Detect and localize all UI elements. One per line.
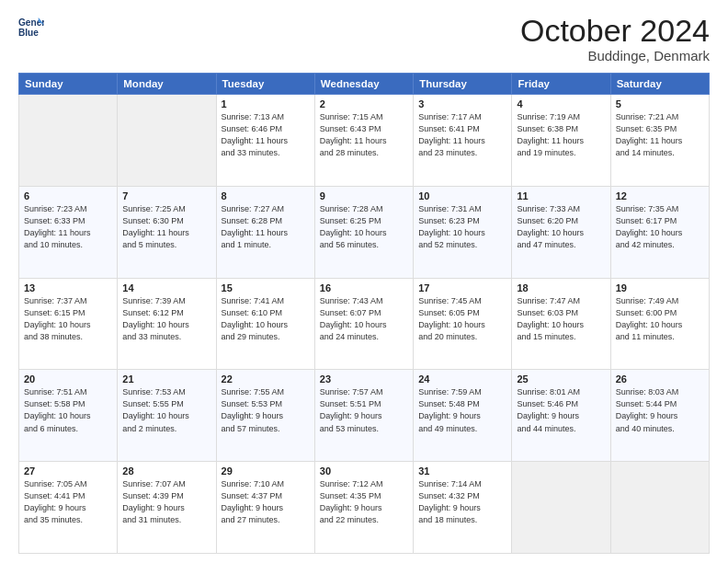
day-info: Sunrise: 7:47 AM Sunset: 6:03 PM Dayligh… <box>517 295 605 343</box>
day-number: 31 <box>418 465 506 477</box>
calendar-day-header: Monday <box>118 74 216 95</box>
calendar-cell: 8Sunrise: 7:27 AM Sunset: 6:28 PM Daylig… <box>216 186 314 278</box>
calendar-cell: 23Sunrise: 7:57 AM Sunset: 5:51 PM Dayli… <box>314 370 413 462</box>
day-number: 19 <box>616 282 704 293</box>
day-info: Sunrise: 7:21 AM Sunset: 6:35 PM Dayligh… <box>616 111 704 159</box>
day-info: Sunrise: 7:10 AM Sunset: 4:37 PM Dayligh… <box>222 478 310 526</box>
calendar-cell: 11Sunrise: 7:33 AM Sunset: 6:20 PM Dayli… <box>512 186 610 278</box>
day-info: Sunrise: 7:07 AM Sunset: 4:39 PM Dayligh… <box>122 478 210 526</box>
day-info: Sunrise: 7:35 AM Sunset: 6:17 PM Dayligh… <box>616 203 704 251</box>
day-number: 6 <box>24 190 112 201</box>
day-info: Sunrise: 7:19 AM Sunset: 6:38 PM Dayligh… <box>517 111 605 159</box>
logo: General Blue <box>18 15 44 40</box>
calendar-cell: 7Sunrise: 7:25 AM Sunset: 6:30 PM Daylig… <box>118 186 216 278</box>
calendar-cell: 6Sunrise: 7:23 AM Sunset: 6:33 PM Daylig… <box>19 186 118 278</box>
calendar-week-row: 1Sunrise: 7:13 AM Sunset: 6:46 PM Daylig… <box>19 95 710 187</box>
calendar-cell: 10Sunrise: 7:31 AM Sunset: 6:23 PM Dayli… <box>414 186 512 278</box>
calendar-cell: 25Sunrise: 8:01 AM Sunset: 5:46 PM Dayli… <box>512 370 610 462</box>
day-info: Sunrise: 7:37 AM Sunset: 6:15 PM Dayligh… <box>24 295 112 343</box>
calendar-cell: 15Sunrise: 7:41 AM Sunset: 6:10 PM Dayli… <box>216 278 314 370</box>
calendar-cell: 31Sunrise: 7:14 AM Sunset: 4:32 PM Dayli… <box>414 462 512 554</box>
header: General Blue October 2024 Buddinge, Denm… <box>18 15 710 63</box>
day-info: Sunrise: 7:15 AM Sunset: 6:43 PM Dayligh… <box>320 111 408 159</box>
calendar-cell <box>610 462 709 554</box>
day-info: Sunrise: 7:31 AM Sunset: 6:23 PM Dayligh… <box>418 203 506 251</box>
day-number: 4 <box>517 98 605 109</box>
logo-icon: General Blue <box>18 15 44 40</box>
calendar-cell: 1Sunrise: 7:13 AM Sunset: 6:46 PM Daylig… <box>216 95 314 187</box>
calendar-cell <box>19 95 118 187</box>
calendar-cell: 28Sunrise: 7:07 AM Sunset: 4:39 PM Dayli… <box>118 462 216 554</box>
calendar-week-row: 6Sunrise: 7:23 AM Sunset: 6:33 PM Daylig… <box>19 186 710 278</box>
calendar-cell: 26Sunrise: 8:03 AM Sunset: 5:44 PM Dayli… <box>610 370 709 462</box>
calendar-table: SundayMondayTuesdayWednesdayThursdayFrid… <box>18 73 710 554</box>
day-info: Sunrise: 8:03 AM Sunset: 5:44 PM Dayligh… <box>616 386 704 434</box>
day-number: 23 <box>320 373 408 385</box>
svg-text:General: General <box>18 17 44 28</box>
calendar-cell: 12Sunrise: 7:35 AM Sunset: 6:17 PM Dayli… <box>610 186 709 278</box>
day-info: Sunrise: 7:05 AM Sunset: 4:41 PM Dayligh… <box>24 478 112 526</box>
calendar-cell: 16Sunrise: 7:43 AM Sunset: 6:07 PM Dayli… <box>314 278 413 370</box>
calendar-day-header: Wednesday <box>314 74 413 95</box>
calendar-cell: 17Sunrise: 7:45 AM Sunset: 6:05 PM Dayli… <box>414 278 512 370</box>
day-number: 13 <box>24 282 112 293</box>
day-number: 7 <box>122 190 210 201</box>
day-number: 14 <box>122 282 210 293</box>
day-number: 26 <box>616 373 704 385</box>
day-info: Sunrise: 7:43 AM Sunset: 6:07 PM Dayligh… <box>320 295 408 343</box>
calendar-week-row: 20Sunrise: 7:51 AM Sunset: 5:58 PM Dayli… <box>19 370 710 462</box>
calendar-day-header: Thursday <box>414 74 512 95</box>
day-info: Sunrise: 7:14 AM Sunset: 4:32 PM Dayligh… <box>418 478 506 526</box>
day-info: Sunrise: 7:49 AM Sunset: 6:00 PM Dayligh… <box>616 295 704 343</box>
day-info: Sunrise: 7:17 AM Sunset: 6:41 PM Dayligh… <box>418 111 506 159</box>
day-info: Sunrise: 7:59 AM Sunset: 5:48 PM Dayligh… <box>418 386 506 434</box>
day-number: 25 <box>517 373 605 385</box>
svg-text:Blue: Blue <box>18 28 39 38</box>
day-number: 10 <box>418 190 506 201</box>
calendar-day-header: Saturday <box>610 74 709 95</box>
day-info: Sunrise: 7:12 AM Sunset: 4:35 PM Dayligh… <box>320 478 408 526</box>
day-number: 27 <box>24 465 112 477</box>
calendar-day-header: Sunday <box>19 74 118 95</box>
day-number: 8 <box>222 190 310 201</box>
day-number: 1 <box>222 98 310 109</box>
day-info: Sunrise: 7:41 AM Sunset: 6:10 PM Dayligh… <box>222 295 310 343</box>
calendar-week-row: 13Sunrise: 7:37 AM Sunset: 6:15 PM Dayli… <box>19 278 710 370</box>
calendar-cell: 14Sunrise: 7:39 AM Sunset: 6:12 PM Dayli… <box>118 278 216 370</box>
calendar-cell <box>512 462 610 554</box>
calendar-cell: 3Sunrise: 7:17 AM Sunset: 6:41 PM Daylig… <box>414 95 512 187</box>
calendar-cell: 19Sunrise: 7:49 AM Sunset: 6:00 PM Dayli… <box>610 278 709 370</box>
calendar-cell: 5Sunrise: 7:21 AM Sunset: 6:35 PM Daylig… <box>610 95 709 187</box>
calendar-cell: 13Sunrise: 7:37 AM Sunset: 6:15 PM Dayli… <box>19 278 118 370</box>
day-number: 28 <box>122 465 210 477</box>
day-number: 15 <box>222 282 310 293</box>
calendar-cell <box>118 95 216 187</box>
day-info: Sunrise: 7:39 AM Sunset: 6:12 PM Dayligh… <box>122 295 210 343</box>
day-number: 11 <box>517 190 605 201</box>
day-number: 29 <box>222 465 310 477</box>
calendar-cell: 22Sunrise: 7:55 AM Sunset: 5:53 PM Dayli… <box>216 370 314 462</box>
calendar-day-header: Tuesday <box>216 74 314 95</box>
day-number: 24 <box>418 373 506 385</box>
day-number: 3 <box>418 98 506 109</box>
calendar-cell: 18Sunrise: 7:47 AM Sunset: 6:03 PM Dayli… <box>512 278 610 370</box>
calendar-day-header: Friday <box>512 74 610 95</box>
day-number: 12 <box>616 190 704 201</box>
day-info: Sunrise: 7:27 AM Sunset: 6:28 PM Dayligh… <box>222 203 310 251</box>
day-number: 18 <box>517 282 605 293</box>
calendar-cell: 24Sunrise: 7:59 AM Sunset: 5:48 PM Dayli… <box>414 370 512 462</box>
day-info: Sunrise: 7:51 AM Sunset: 5:58 PM Dayligh… <box>24 386 112 434</box>
day-number: 22 <box>222 373 310 385</box>
day-number: 2 <box>320 98 408 109</box>
title-area: October 2024 Buddinge, Denmark <box>520 15 710 63</box>
page: General Blue October 2024 Buddinge, Denm… <box>0 0 728 563</box>
day-info: Sunrise: 7:33 AM Sunset: 6:20 PM Dayligh… <box>517 203 605 251</box>
day-info: Sunrise: 7:25 AM Sunset: 6:30 PM Dayligh… <box>122 203 210 251</box>
calendar-cell: 20Sunrise: 7:51 AM Sunset: 5:58 PM Dayli… <box>19 370 118 462</box>
day-info: Sunrise: 7:57 AM Sunset: 5:51 PM Dayligh… <box>320 386 408 434</box>
day-number: 30 <box>320 465 408 477</box>
subtitle: Buddinge, Denmark <box>520 48 710 63</box>
calendar-cell: 4Sunrise: 7:19 AM Sunset: 6:38 PM Daylig… <box>512 95 610 187</box>
day-number: 16 <box>320 282 408 293</box>
day-info: Sunrise: 8:01 AM Sunset: 5:46 PM Dayligh… <box>517 386 605 434</box>
